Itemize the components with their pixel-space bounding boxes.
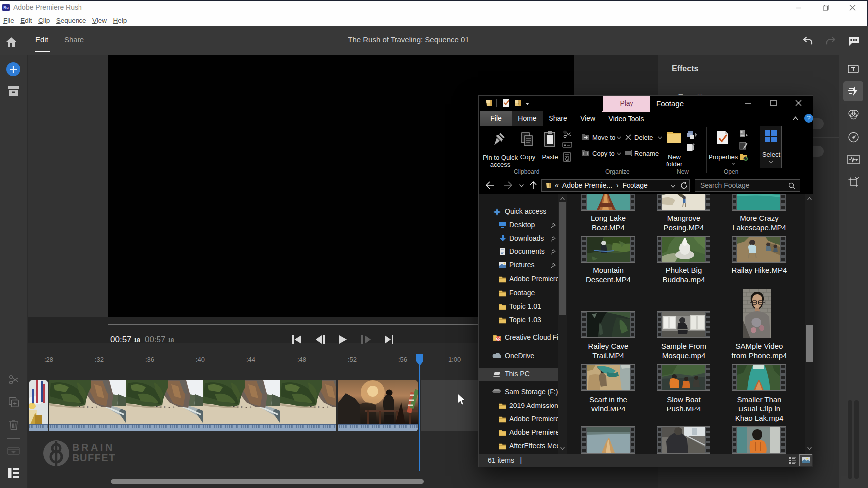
svg-text:CC: CC [496,337,500,340]
